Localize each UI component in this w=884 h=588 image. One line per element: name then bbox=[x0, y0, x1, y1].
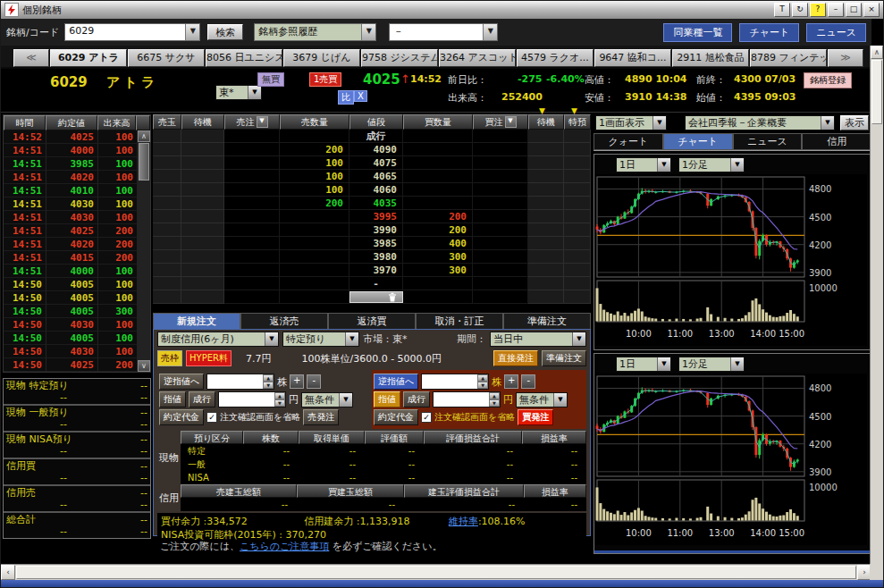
orderbook-col-header[interactable]: 特預 bbox=[564, 114, 591, 130]
trade-row[interactable]: 14:524025100 bbox=[4, 130, 138, 144]
register-stock-button[interactable]: 銘柄登録 bbox=[804, 72, 852, 88]
orderbook-row[interactable]: - bbox=[153, 277, 591, 290]
chevron-down-icon[interactable]: ▼ bbox=[248, 86, 261, 99]
stock-tab-2[interactable]: 8056 日ユニシス bbox=[206, 49, 282, 67]
news-button[interactable]: ニュース bbox=[806, 23, 866, 42]
orderbook-row[interactable]: 3985400 bbox=[153, 237, 591, 250]
trade-row[interactable]: 14:504005100 bbox=[4, 278, 138, 291]
code-input[interactable]: 6029 ▼ bbox=[64, 23, 200, 41]
maintenance-rate-link[interactable]: 維持率 bbox=[449, 516, 478, 527]
trade-row[interactable]: 14:514020200 bbox=[4, 238, 138, 251]
help-button[interactable]: ? bbox=[810, 3, 826, 17]
chevron-down-icon[interactable]: ▼ bbox=[657, 357, 670, 371]
chevron-down-icon[interactable]: ▼ bbox=[553, 393, 567, 407]
horizontal-scrollbar[interactable]: ‹ › bbox=[1, 564, 871, 580]
orderbook-col-header[interactable]: 売数量 bbox=[280, 114, 349, 130]
stock-tab-9[interactable]: 8789 フィンテック bbox=[750, 49, 827, 67]
trades-scrollbar[interactable]: ∧ ∨ bbox=[138, 130, 150, 372]
view-mode-select[interactable]: 1画面表示▼ bbox=[595, 115, 667, 130]
orderbook-col-header[interactable]: 買注▼ bbox=[473, 114, 528, 130]
buy-skip-confirm-checkbox[interactable]: ✓ bbox=[421, 412, 432, 423]
chevron-down-icon[interactable]: ▼ bbox=[185, 24, 199, 40]
orderbook-row[interactable]: 3990200 bbox=[153, 223, 591, 237]
spinner[interactable]: ▲▼ bbox=[263, 374, 274, 389]
chevron-down-icon[interactable]: ▼ bbox=[257, 116, 268, 128]
stock-tab-8[interactable]: 2911 旭松食品 bbox=[672, 49, 749, 67]
sell-quantity-input[interactable]: ▲▼ bbox=[206, 374, 274, 390]
chevron-down-icon[interactable]: ▼ bbox=[730, 158, 744, 172]
trade-row[interactable]: 14:514030100 bbox=[4, 197, 138, 211]
chevron-down-icon[interactable]: ▼ bbox=[821, 116, 834, 130]
orderbook-row[interactable]: 3995200 bbox=[153, 210, 591, 223]
stock-tab-7[interactable]: 9647 協和コ... bbox=[594, 49, 671, 67]
compare-button[interactable]: 比 bbox=[338, 90, 354, 105]
prepare-order-button[interactable]: 準備注文 bbox=[542, 350, 586, 366]
orderbook-row[interactable]: 1004065 bbox=[153, 170, 591, 183]
trade-row[interactable]: 14:504005100 bbox=[4, 332, 138, 345]
plus-button[interactable]: + bbox=[290, 374, 304, 389]
blank-select[interactable]: － ▼ bbox=[389, 23, 498, 41]
credit-type-select[interactable]: 制度信用(6ヶ月)▼ bbox=[157, 332, 279, 347]
chevron-down-icon[interactable]: ▼ bbox=[505, 116, 517, 128]
orderbook-col-header[interactable]: 待機 bbox=[181, 114, 224, 130]
trades-col-header[interactable]: 時間 bbox=[4, 115, 46, 130]
spinner[interactable]: ▲▼ bbox=[489, 392, 500, 407]
trade-row[interactable]: 14:513985100 bbox=[4, 157, 138, 171]
vertical-scrollbar[interactable]: ∧ ∨ bbox=[870, 46, 883, 580]
orderbook-col-header[interactable]: 買数量 bbox=[403, 114, 473, 130]
trade-row[interactable]: 14:504005300 bbox=[4, 305, 138, 318]
sell-limit-button[interactable]: 指値 bbox=[159, 391, 186, 407]
minus-button[interactable]: - bbox=[307, 374, 321, 389]
scroll-up-icon[interactable]: ∧ bbox=[138, 130, 150, 142]
trade-row[interactable]: 14:514000100 bbox=[4, 144, 138, 157]
stock-tab-5[interactable]: 3264 アスコット bbox=[439, 49, 516, 67]
right-tab-1[interactable]: チャート bbox=[663, 133, 733, 150]
order-tab-0[interactable]: 新規注文 bbox=[153, 313, 240, 329]
orderbook-row[interactable]: 成行 bbox=[153, 130, 591, 143]
same-industry-button[interactable]: 同業種一覧 bbox=[663, 23, 732, 42]
trade-row[interactable]: 14:504005100 bbox=[4, 291, 138, 305]
stock-tab-1[interactable]: 6675 サクサ bbox=[128, 49, 205, 67]
orderbook-col-header[interactable]: 売玉 bbox=[153, 114, 181, 130]
chevron-down-icon[interactable]: ▼ bbox=[483, 24, 497, 40]
orderbook-col-header[interactable]: 待機 bbox=[528, 114, 564, 130]
chart-period-select[interactable]: 1日▼ bbox=[616, 357, 671, 372]
trade-row[interactable]: 14:514030100 bbox=[4, 211, 138, 224]
search-button[interactable]: 検索 bbox=[207, 24, 243, 40]
stock-tab-3[interactable]: 3679 じげん bbox=[283, 49, 360, 67]
sell-price-input[interactable]: ▲▼ bbox=[218, 391, 286, 407]
spinner[interactable]: ▲▼ bbox=[274, 392, 285, 407]
scroll-thumb[interactable] bbox=[871, 60, 882, 124]
orderbook-row[interactable]: 2004090 bbox=[153, 143, 591, 156]
plus-button[interactable]: + bbox=[504, 374, 518, 389]
trade-row[interactable]: 14:504030100 bbox=[4, 318, 138, 332]
market-select[interactable]: 東* ▼ bbox=[215, 85, 262, 100]
buy-submit-button[interactable]: 買発注 bbox=[518, 409, 553, 425]
close-quote-button[interactable]: X bbox=[354, 90, 367, 102]
minimize-button[interactable]: – bbox=[828, 3, 844, 17]
orderbook-row[interactable]: 1004075 bbox=[153, 156, 591, 170]
sell-market-button[interactable]: 成行 bbox=[189, 391, 215, 407]
sell-submit-button[interactable]: 売発注 bbox=[303, 409, 339, 425]
stock-tab-0[interactable]: 6029 アトラ bbox=[50, 49, 127, 67]
trade-row[interactable]: 14:514010100 bbox=[4, 184, 138, 197]
refresh-button[interactable]: ↻ bbox=[792, 3, 808, 17]
order-tab-2[interactable]: 返済買 bbox=[328, 313, 416, 329]
next-tabs-button[interactable]: ≫ bbox=[828, 49, 863, 67]
period-select[interactable]: 当日中▼ bbox=[490, 332, 586, 347]
buy-quantity-input[interactable]: ▲▼ bbox=[421, 374, 489, 390]
order-tab-4[interactable]: 準備注文 bbox=[503, 313, 591, 329]
trade-row[interactable]: 14:504030100 bbox=[4, 345, 138, 358]
trade-row[interactable]: 14:514020100 bbox=[4, 171, 138, 184]
history-select[interactable]: 銘柄参照履歴 ▼ bbox=[254, 23, 376, 41]
buy-stop-button[interactable]: 逆指値へ bbox=[374, 374, 418, 390]
buy-market-button[interactable]: 成行 bbox=[403, 391, 430, 407]
spinner[interactable]: ▲▼ bbox=[477, 374, 488, 389]
prev-tabs-button[interactable]: ≪ bbox=[13, 49, 49, 67]
sell-stop-button[interactable]: 逆指値へ bbox=[159, 374, 204, 390]
stock-tab-4[interactable]: 9758 ジシステム bbox=[361, 49, 438, 67]
chevron-down-icon[interactable]: ▼ bbox=[572, 332, 585, 346]
sell-amount-button[interactable]: 約定代金 bbox=[159, 409, 204, 425]
account-type-select[interactable]: 特定預り▼ bbox=[282, 332, 359, 347]
chevron-down-icon[interactable]: ▼ bbox=[730, 357, 744, 371]
